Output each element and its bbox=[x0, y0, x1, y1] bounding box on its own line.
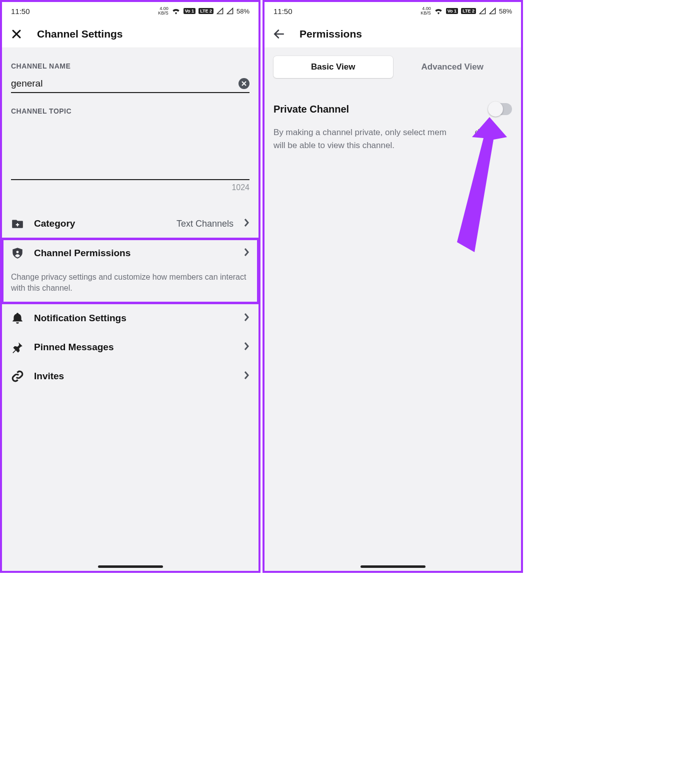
wifi-icon bbox=[172, 8, 180, 15]
folder-plus-icon bbox=[11, 217, 24, 230]
android-navbar[interactable] bbox=[360, 565, 426, 568]
chevron-right-icon bbox=[244, 341, 250, 353]
label-channel-topic: CHANNEL TOPIC bbox=[2, 93, 258, 120]
row-label: Channel Permissions bbox=[34, 248, 234, 259]
row-label: Invites bbox=[34, 371, 234, 382]
private-channel-description: By making a channel private, only select… bbox=[264, 120, 521, 158]
close-icon[interactable] bbox=[9, 27, 24, 42]
clear-icon[interactable] bbox=[238, 78, 250, 89]
row-value: Text Channels bbox=[176, 219, 234, 229]
chevron-right-icon bbox=[244, 370, 250, 382]
shield-person-icon bbox=[11, 247, 24, 260]
permissions-description: Change privacy settings and customize ho… bbox=[2, 268, 258, 303]
battery-text: 58% bbox=[236, 8, 250, 15]
lte-badge-1: Vo 1 bbox=[446, 8, 458, 14]
topic-counter: 1024 bbox=[2, 180, 258, 192]
lte-badge-2: LTE 2 bbox=[198, 8, 214, 14]
status-time: 11:50 bbox=[274, 7, 292, 16]
signal-icon-1 bbox=[216, 8, 224, 15]
row-invites[interactable]: Invites bbox=[2, 362, 258, 391]
chevron-right-icon bbox=[244, 247, 250, 259]
network-speed: 4.00KB/S bbox=[420, 7, 431, 16]
toggle-label: Private Channel bbox=[274, 104, 483, 115]
row-pinned-messages[interactable]: Pinned Messages bbox=[2, 333, 258, 362]
chevron-right-icon bbox=[244, 218, 250, 230]
network-speed: 4.00KB/S bbox=[158, 7, 168, 16]
statusbar: 11:50 4.00KB/S Vo 1 LTE 2 58% bbox=[2, 2, 258, 20]
phone-left-channel-settings: 11:50 4.00KB/S Vo 1 LTE 2 58% Channel Se… bbox=[0, 0, 260, 573]
page-title: Channel Settings bbox=[37, 28, 123, 40]
row-label: Notification Settings bbox=[34, 313, 234, 324]
row-label: Category bbox=[34, 218, 166, 229]
channel-topic-input[interactable] bbox=[11, 120, 250, 180]
svg-point-0 bbox=[16, 251, 19, 253]
wifi-icon bbox=[434, 8, 443, 15]
signal-icon-1 bbox=[479, 8, 486, 15]
row-notification-settings[interactable]: Notification Settings bbox=[2, 304, 258, 333]
bell-icon bbox=[11, 312, 24, 325]
link-icon bbox=[11, 370, 24, 383]
back-icon[interactable] bbox=[272, 27, 286, 42]
page-title: Permissions bbox=[300, 28, 362, 40]
chevron-right-icon bbox=[244, 312, 250, 324]
signal-icon-2 bbox=[489, 8, 496, 15]
signal-icon-2 bbox=[226, 8, 234, 15]
appbar: Channel Settings bbox=[2, 20, 258, 48]
highlight-permissions: Channel Permissions Change privacy setti… bbox=[2, 239, 258, 303]
pin-icon bbox=[11, 341, 24, 354]
private-channel-toggle[interactable] bbox=[489, 103, 512, 115]
row-channel-permissions[interactable]: Channel Permissions bbox=[2, 239, 258, 268]
channel-name-field[interactable] bbox=[11, 75, 250, 93]
row-label: Pinned Messages bbox=[34, 342, 234, 353]
row-private-channel: Private Channel bbox=[264, 81, 521, 120]
row-category[interactable]: Category Text Channels bbox=[2, 209, 258, 238]
lte-badge-1: Vo 1 bbox=[184, 8, 196, 14]
status-time: 11:50 bbox=[11, 7, 30, 16]
battery-text: 58% bbox=[499, 8, 512, 15]
android-navbar[interactable] bbox=[98, 565, 163, 568]
phone-right-permissions: 11:50 4.00KB/S Vo 1 LTE 2 58% Permission… bbox=[262, 0, 523, 573]
statusbar: 11:50 4.00KB/S Vo 1 LTE 2 58% bbox=[264, 2, 521, 20]
tab-advanced-view[interactable]: Advanced View bbox=[393, 56, 512, 78]
label-channel-name: CHANNEL NAME bbox=[2, 48, 258, 75]
channel-name-input[interactable] bbox=[11, 78, 238, 89]
view-tabs: Basic View Advanced View bbox=[264, 48, 521, 81]
tab-basic-view[interactable]: Basic View bbox=[274, 56, 393, 78]
lte-badge-2: LTE 2 bbox=[461, 8, 476, 14]
appbar: Permissions bbox=[264, 20, 521, 48]
